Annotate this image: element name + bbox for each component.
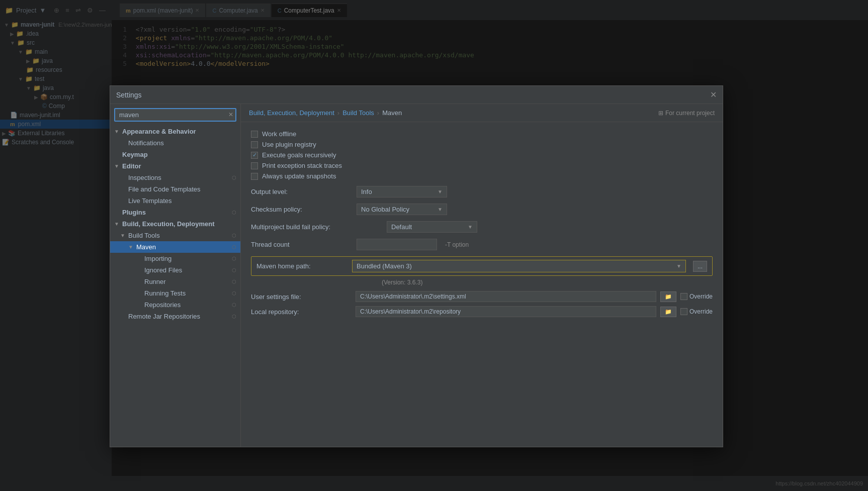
nav-runner-ext-icon: ⬡ — [232, 279, 236, 284]
nav-keymap[interactable]: Keymap — [110, 149, 240, 160]
checksum-policy-label: Checksum policy: — [251, 206, 352, 213]
multiproject-value: Default — [391, 223, 412, 231]
nav-inspections-label: Inspections — [128, 174, 161, 181]
maven-home-label: Maven home path: — [256, 262, 347, 270]
nav-editor[interactable]: ▼ Editor — [110, 160, 240, 172]
local-repo-browse-button[interactable]: 📁 — [660, 307, 676, 317]
breadcrumb-part3: Maven — [382, 109, 402, 117]
settings-search-input[interactable] — [114, 108, 236, 122]
multiproject-dropdown[interactable]: Default ▼ — [387, 221, 477, 233]
maven-home-row: Maven home path: Bundled (Maven 3) ▼ ... — [251, 256, 713, 276]
search-clear-button[interactable]: ✕ — [228, 111, 233, 118]
output-level-value: Info — [361, 188, 372, 195]
checksum-policy-value: No Global Policy — [361, 206, 409, 213]
maven-home-dropdown[interactable]: Bundled (Maven 3) ▼ — [352, 260, 686, 272]
project-icon: ⊞ — [658, 110, 663, 117]
nav-runner[interactable]: Runner ⬡ — [110, 276, 240, 287]
work-offline-label: Work offline — [262, 130, 296, 138]
breadcrumb-part2[interactable]: Build Tools — [342, 109, 374, 117]
breadcrumb-part1[interactable]: Build, Execution, Deployment — [249, 109, 334, 117]
local-repo-input[interactable] — [356, 306, 656, 317]
nav-file-templates[interactable]: File and Code Templates — [110, 183, 240, 195]
user-settings-input[interactable] — [356, 291, 656, 302]
output-level-arrow: ▼ — [438, 189, 443, 194]
maven-home-arrow: ▼ — [676, 263, 681, 269]
nav-plugins-label: Plugins — [122, 209, 146, 216]
nav-build-tools-ext-icon: ⬡ — [232, 233, 236, 238]
execute-goals-checkbox[interactable] — [251, 152, 258, 159]
nav-remote-jar[interactable]: Remote Jar Repositories ⬡ — [110, 311, 240, 322]
nav-live-templates[interactable]: Live Templates — [110, 195, 240, 207]
local-repo-label: Local repository: — [251, 308, 352, 316]
nav-editor-arrow: ▼ — [114, 163, 120, 169]
breadcrumb-project: ⊞ For current project — [658, 110, 715, 117]
nav-remote-ext-icon: ⬡ — [232, 314, 236, 319]
multiproject-row: Multiproject build fail policy: Default … — [251, 221, 713, 233]
nav-maven[interactable]: ▼ Maven ⬡ — [110, 241, 240, 253]
thread-count-row: Thread count -T option — [251, 239, 713, 250]
user-settings-override-checkbox[interactable] — [680, 293, 687, 300]
nav-ignored-label: Ignored Files — [144, 266, 182, 274]
nav-inspections-ext-icon: ⬡ — [232, 175, 236, 180]
maven-version-text: (Version: 3.6.3) — [382, 279, 422, 286]
nav-appearance[interactable]: ▼ Appearance & Behavior — [110, 126, 240, 137]
nav-appearance-label: Appearance & Behavior — [122, 128, 196, 135]
nav-inspections[interactable]: Inspections ⬡ — [110, 172, 240, 183]
nav-plugins[interactable]: Plugins ⬡ — [110, 207, 240, 218]
nav-plugins-ext-icon: ⬡ — [232, 210, 236, 215]
output-level-dropdown[interactable]: Info ▼ — [357, 186, 447, 198]
breadcrumb-project-label: For current project — [665, 110, 715, 117]
checkbox-always-update: Always update snapshots — [251, 172, 713, 180]
user-settings-row: User settings file: 📁 Override — [251, 291, 713, 302]
work-offline-checkbox[interactable] — [251, 131, 258, 138]
thread-count-input[interactable] — [357, 239, 437, 250]
always-update-checkbox[interactable] — [251, 173, 258, 180]
nav-ignored-files[interactable]: Ignored Files ⬡ — [110, 264, 240, 276]
user-settings-browse-button[interactable]: 📁 — [660, 291, 676, 302]
nav-importing-label: Importing — [144, 255, 171, 262]
dialog-close-button[interactable]: ✕ — [710, 90, 717, 100]
nav-build-exec[interactable]: ▼ Build, Execution, Deployment — [110, 218, 240, 230]
local-repo-override: Override — [680, 308, 713, 315]
always-update-label: Always update snapshots — [262, 172, 336, 180]
output-level-row: Output level: Info ▼ — [251, 186, 713, 198]
nav-keymap-label: Keymap — [122, 151, 148, 158]
local-repo-override-label: Override — [689, 308, 713, 315]
multiproject-label: Multiproject build fail policy: — [251, 223, 382, 231]
nav-notifications-label: Notifications — [128, 139, 164, 147]
print-exception-label: Print exception stack traces — [262, 162, 342, 169]
nav-running-label: Running Tests — [144, 289, 186, 297]
nav-build-tools-arrow: ▼ — [120, 233, 126, 238]
breadcrumb-sep2: › — [377, 109, 379, 117]
print-exception-checkbox[interactable] — [251, 162, 258, 169]
thread-count-label: Thread count — [251, 241, 352, 248]
plugin-registry-checkbox[interactable] — [251, 141, 258, 148]
nav-remote-label: Remote Jar Repositories — [128, 313, 200, 320]
t-option-label: -T option — [445, 241, 469, 248]
nav-repositories[interactable]: Repositories ⬡ — [110, 299, 240, 311]
checksum-policy-arrow: ▼ — [438, 207, 443, 212]
nav-importing[interactable]: Importing ⬡ — [110, 253, 240, 264]
nav-build-exec-label: Build, Execution, Deployment — [122, 220, 214, 228]
checksum-policy-dropdown[interactable]: No Global Policy ▼ — [357, 204, 447, 215]
settings-breadcrumb: Build, Execution, Deployment › Build Too… — [241, 104, 723, 122]
dialog-titlebar: Settings ✕ — [110, 86, 723, 104]
nav-tree: ▼ Appearance & Behavior Notifications Ke… — [110, 126, 240, 447]
checksum-policy-row: Checksum policy: No Global Policy ▼ — [251, 204, 713, 215]
nav-notifications[interactable]: Notifications — [110, 137, 240, 149]
dialog-body: Ctrl+F Alt+F3 ✕ ▼ Appearance & Behavior … — [110, 104, 723, 447]
nav-build-tools[interactable]: ▼ Build Tools ⬡ — [110, 230, 240, 241]
settings-content: Build, Execution, Deployment › Build Too… — [241, 104, 723, 447]
local-repo-override-checkbox[interactable] — [680, 308, 687, 315]
nav-repos-label: Repositories — [144, 301, 181, 309]
dialog-title: Settings — [116, 91, 142, 99]
maven-version-hint: (Version: 3.6.3) — [251, 279, 713, 286]
nav-repos-ext-icon: ⬡ — [232, 302, 236, 308]
nav-expand-arrow: ▼ — [114, 129, 120, 134]
maven-home-browse-button[interactable]: ... — [693, 261, 707, 272]
local-repo-row: Local repository: 📁 Override — [251, 306, 713, 317]
user-settings-override: Override — [680, 293, 713, 300]
checkbox-work-offline: Work offline — [251, 130, 713, 138]
nav-running-tests[interactable]: Running Tests ⬡ — [110, 287, 240, 299]
plugin-registry-label: Use plugin registry — [262, 141, 316, 148]
